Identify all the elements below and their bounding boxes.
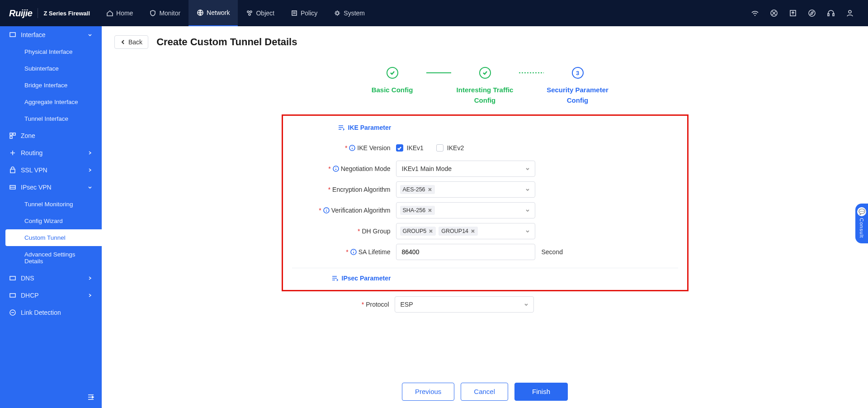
sidebar-tunnel[interactable]: Tunnel Interface — [0, 110, 102, 127]
chevron-down-icon — [524, 302, 529, 307]
close-icon[interactable] — [471, 229, 475, 233]
sidebar-tunnelmon-label: Tunnel Monitoring — [24, 201, 73, 208]
interface-icon — [9, 31, 16, 38]
check-icon — [397, 146, 402, 151]
row-ike-version: *IKE Version IKEv1 IKEv2 — [283, 138, 687, 158]
sidebar-dhcp-label: DHCP — [21, 292, 39, 299]
checkbox-ikev2-box — [436, 144, 443, 152]
topnav-system[interactable]: System — [326, 0, 373, 26]
sidebar-collapse[interactable] — [86, 393, 95, 402]
cancel-button[interactable]: Cancel — [461, 383, 508, 401]
page-head: Back Create Custom Tunnel Details — [102, 26, 868, 53]
close-icon[interactable] — [429, 229, 433, 233]
target-icon[interactable] — [769, 9, 778, 18]
topnav-network[interactable]: Network — [189, 0, 238, 26]
sidebar-custom-label: Custom Tunnel — [24, 234, 66, 241]
previous-button[interactable]: Previous — [402, 383, 454, 401]
select-protocol-value: ESP — [401, 301, 413, 308]
wifi-icon[interactable] — [750, 9, 760, 18]
user-icon[interactable] — [845, 9, 854, 18]
chevron-right-icon — [87, 293, 93, 298]
step-traffic: Interesting Traffic Config — [451, 67, 519, 105]
sidebar-linkdet[interactable]: Link Detection — [0, 304, 102, 321]
sidebar-zone-label: Zone — [21, 132, 35, 139]
headset-icon[interactable] — [826, 9, 835, 18]
main-content: Back Create Custom Tunnel Details Basic … — [102, 26, 868, 408]
topnav-monitor[interactable]: Monitor — [141, 0, 189, 26]
step-line-2 — [519, 72, 544, 73]
sidebar-ipsecvpn[interactable]: IPsec VPN — [0, 179, 102, 196]
sidebar-zone[interactable]: Zone — [0, 127, 102, 144]
chevron-down-icon — [87, 185, 93, 190]
dhcp-icon — [9, 292, 16, 299]
sidebar-physical[interactable]: Physical Interface — [0, 43, 102, 60]
topnav-network-label: Network — [207, 9, 230, 16]
svg-rect-17 — [10, 169, 15, 173]
sidebar-routing-label: Routing — [21, 149, 42, 157]
checkbox-ikev2[interactable]: IKEv2 — [436, 144, 464, 152]
select-ver-alg[interactable]: SHA-256 — [396, 202, 535, 218]
step-security-label: Security Parameter Config — [544, 85, 612, 105]
chevron-down-icon — [525, 187, 530, 192]
footer-bar: Previous Cancel Finish — [102, 375, 868, 408]
sidebar-dns[interactable]: DNS — [0, 270, 102, 287]
info-icon — [349, 145, 355, 151]
step-traffic-label: Interesting Traffic Config — [451, 85, 519, 105]
chevron-right-icon — [87, 150, 93, 156]
tag-dh-0-label: GROUP5 — [403, 228, 427, 234]
select-protocol[interactable]: ESP — [395, 296, 534, 313]
row-dh-group: *DH Group GROUP5 GROUP14 — [283, 221, 687, 242]
row-ver-alg: *Verification Algorithm SHA-256 — [283, 200, 687, 221]
ike-section-label: IKE Parameter — [348, 124, 392, 131]
topnav-object[interactable]: Object — [238, 0, 282, 26]
finish-button[interactable]: Finish — [514, 383, 568, 401]
chevron-down-icon — [525, 208, 530, 213]
sidebar-aggregate[interactable]: Aggregate Interface — [0, 94, 102, 110]
topnav-home[interactable]: Home — [98, 0, 141, 26]
upload-icon[interactable] — [788, 9, 797, 18]
sidebar-ipsecvpn-label: IPsec VPN — [21, 184, 52, 191]
compass-icon[interactable] — [807, 9, 816, 18]
sidebar-routing[interactable]: Routing — [0, 144, 102, 161]
step-security-num: 3 — [576, 70, 579, 76]
sidebar-bridge[interactable]: Bridge Interface — [0, 77, 102, 94]
close-icon[interactable] — [428, 187, 432, 192]
svg-point-9 — [809, 10, 815, 16]
svg-rect-16 — [10, 136, 12, 138]
close-icon[interactable] — [428, 208, 432, 213]
tag-dh-0: GROUP5 — [400, 227, 436, 236]
globe-icon — [197, 9, 204, 16]
select-enc-alg[interactable]: AES-256 — [396, 181, 535, 198]
brand-subtitle: Z Series Firewall — [43, 10, 90, 17]
sidebar-tunnelmon[interactable]: Tunnel Monitoring — [0, 196, 102, 213]
select-neg-mode[interactable]: IKEv1 Main Mode — [396, 161, 535, 177]
select-dh-group[interactable]: GROUP5 GROUP14 — [396, 223, 535, 239]
topnav-policy[interactable]: Policy — [283, 0, 326, 26]
topnav-home-label: Home — [116, 9, 133, 17]
step-security-circle: 3 — [572, 67, 584, 79]
check-icon — [389, 70, 396, 76]
tag-ver-0-label: SHA-256 — [403, 207, 426, 213]
previous-button-label: Previous — [415, 388, 441, 395]
checkbox-ikev1[interactable]: IKEv1 — [396, 144, 424, 152]
sidebar-dhcp[interactable]: DHCP — [0, 287, 102, 304]
sidebar-sslvpn[interactable]: SSL VPN — [0, 161, 102, 179]
svg-point-6 — [755, 15, 755, 16]
checkbox-ikev2-label: IKEv2 — [447, 144, 464, 152]
sidebar-advanced[interactable]: Advanced Settings Details — [0, 246, 102, 270]
chevron-down-icon — [525, 228, 530, 234]
consult-tab[interactable]: 💬 Consult — [855, 204, 868, 243]
back-button[interactable]: Back — [114, 35, 148, 49]
svg-point-12 — [849, 10, 851, 13]
sidebar-interface[interactable]: Interface — [0, 26, 102, 43]
sidebar-subinterface[interactable]: Subinterface — [0, 60, 102, 77]
form-icon — [331, 275, 338, 282]
sidebar-custom[interactable]: Custom Tunnel — [5, 229, 102, 246]
sidebar-linkdet-label: Link Detection — [21, 309, 61, 316]
label-enc-alg: Encryption Algorithm — [332, 186, 390, 193]
ipsec-icon — [9, 184, 16, 191]
sidebar-configwiz[interactable]: Config Wizard — [0, 213, 102, 229]
input-sa-life[interactable] — [396, 244, 535, 260]
check-icon — [482, 70, 488, 76]
policy-icon — [291, 9, 298, 17]
